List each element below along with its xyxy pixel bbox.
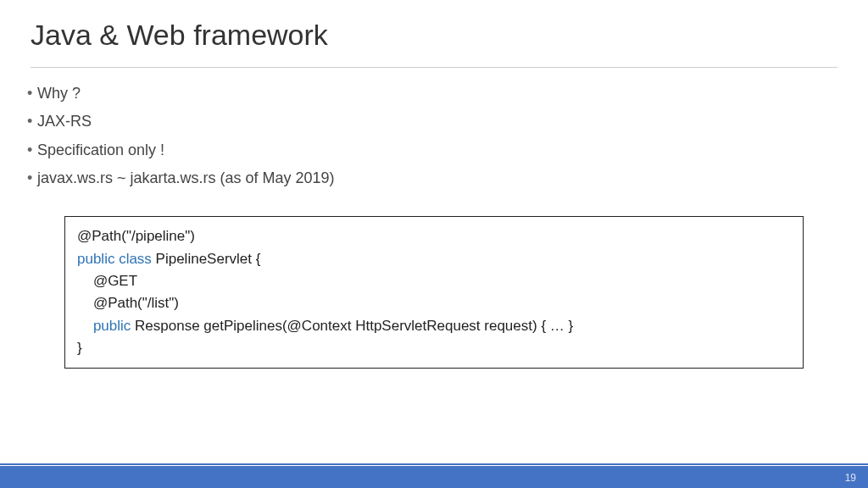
keyword: public: [93, 318, 131, 334]
bullet-item: javax.ws.rs ~ jakarta.ws.rs (as of May 2…: [31, 164, 837, 192]
code-line: @Path("/pipeline"): [77, 225, 791, 247]
code-line: }: [77, 337, 791, 359]
bullet-item: Why ?: [31, 80, 837, 108]
slide-title: Java & Web framework: [31, 19, 837, 52]
code-line: @Path("/list"): [77, 292, 791, 314]
bullet-list: Why ? JAX-RS Specification only ! javax.…: [31, 80, 837, 192]
title-divider: [31, 67, 837, 68]
code-line: public Response getPipelines(@Context Ht…: [77, 315, 791, 337]
code-text: [77, 318, 93, 334]
bullet-item: JAX-RS: [31, 108, 837, 136]
slide-container: Java & Web framework Why ? JAX-RS Specif…: [0, 0, 868, 488]
code-text: PipelineServlet {: [152, 251, 261, 267]
code-line: public class PipelineServlet {: [77, 248, 791, 270]
code-text: Response getPipelines(@Context HttpServl…: [131, 318, 573, 334]
footer-bar: 19: [0, 466, 868, 488]
code-line: @GET: [77, 270, 791, 292]
bullet-item: Specification only !: [31, 136, 837, 164]
keyword: public class: [77, 251, 152, 267]
page-number: 19: [845, 472, 856, 484]
footer-accent-line: [0, 463, 868, 465]
code-block: @Path("/pipeline") public class Pipeline…: [64, 216, 804, 369]
